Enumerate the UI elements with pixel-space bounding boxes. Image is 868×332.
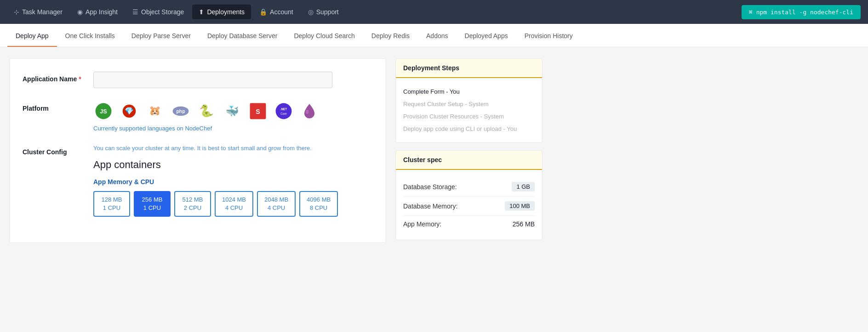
svg-point-17 xyxy=(306,110,308,114)
cluster-config-content: You can scale your cluster at any time. … xyxy=(93,145,373,217)
memory-128mb[interactable]: 128 MB 1 CPU xyxy=(93,191,130,217)
memory-4096mb[interactable]: 4096 MB 8 CPU xyxy=(299,191,338,217)
tabs-bar: Deploy App One Click Installs Deploy Par… xyxy=(0,24,868,47)
app-containers-title: App containers xyxy=(93,159,373,171)
main-content: Application Name * Platform JS 💎 xyxy=(0,47,552,254)
task-manager-icon: ⊹ xyxy=(14,8,19,16)
spec-app-memory: App Memory: 256 MB xyxy=(403,216,535,232)
deployments-icon: ⬆ xyxy=(199,8,204,16)
app-name-input[interactable] xyxy=(93,72,332,88)
deployment-steps-body: Complete Form - You Request Cluster Setu… xyxy=(396,78,542,142)
object-storage-icon: ☰ xyxy=(132,8,138,16)
cluster-hint: You can scale your cluster at any time. … xyxy=(93,145,373,152)
tab-one-click-installs[interactable]: One Click Installs xyxy=(57,24,123,47)
app-name-row: Application Name * xyxy=(23,72,373,88)
platform-label: Platform xyxy=(23,101,82,112)
svg-text:🐳: 🐳 xyxy=(225,104,239,118)
platform-caption: Currently supported languages on NodeChe… xyxy=(93,125,320,132)
tab-deploy-parse-server[interactable]: Deploy Parse Server xyxy=(123,24,199,47)
step-1: Complete Form - You xyxy=(403,85,535,98)
platform-go[interactable]: 🐹 xyxy=(145,101,165,121)
right-panels: Deployment Steps Complete Form - You Req… xyxy=(395,58,542,243)
app-insight-icon: ◉ xyxy=(77,8,83,16)
svg-point-14 xyxy=(276,103,292,119)
memory-1024mb[interactable]: 1024 MB 4 CPU xyxy=(215,191,253,217)
nav-deployments[interactable]: ⬆ Deployments xyxy=(192,5,251,19)
top-nav: ⊹ Task Manager ◉ App Insight ☰ Object St… xyxy=(0,0,868,24)
tab-deploy-app[interactable]: Deploy App xyxy=(7,24,57,47)
cluster-spec-body: Database Storage: 1 GB Database Memory: … xyxy=(396,170,542,240)
platform-scala[interactable]: S xyxy=(248,101,268,121)
platform-content: JS 💎 🐹 php xyxy=(93,101,320,132)
platform-elixir[interactable] xyxy=(299,101,320,121)
spec-db-storage: Database Storage: 1 GB xyxy=(403,177,535,197)
tab-deploy-cloud-search[interactable]: Deploy Cloud Search xyxy=(286,24,363,47)
deployment-steps-header: Deployment Steps xyxy=(396,59,542,78)
memory-512mb[interactable]: 512 MB 2 CPU xyxy=(174,191,211,217)
memory-cpu-title: App Memory & CPU xyxy=(93,178,373,186)
platform-docker[interactable]: 🐳 xyxy=(222,101,242,121)
tab-provision-history[interactable]: Provision History xyxy=(516,24,581,47)
svg-text:S: S xyxy=(256,108,260,115)
account-icon: 🔒 xyxy=(259,8,267,16)
step-3: Provision Cluster Resources - System xyxy=(403,110,535,123)
platform-nodejs[interactable]: JS xyxy=(93,101,114,121)
memory-options-grid: 128 MB 1 CPU 256 MB 1 CPU 512 MB 2 CPU 1… xyxy=(93,191,373,217)
nav-support[interactable]: ◎ Support xyxy=(302,5,345,19)
nav-object-storage[interactable]: ☰ Object Storage xyxy=(126,5,190,19)
tab-deployed-apps[interactable]: Deployed Apps xyxy=(457,24,516,47)
nav-account[interactable]: 🔒 Account xyxy=(253,5,300,19)
svg-text:.NET: .NET xyxy=(280,107,287,111)
tab-addons[interactable]: Addons xyxy=(418,24,456,47)
platform-dotnet[interactable]: .NETCore xyxy=(274,101,294,121)
deploy-app-form: Application Name * Platform JS 💎 xyxy=(9,58,386,243)
platform-icons-list: JS 💎 🐹 php xyxy=(93,101,320,121)
required-indicator: * xyxy=(79,75,81,83)
svg-text:🐹: 🐹 xyxy=(149,105,161,117)
memory-2048mb[interactable]: 2048 MB 4 CPU xyxy=(257,191,296,217)
cluster-spec-card: Cluster spec Database Storage: 1 GB Data… xyxy=(395,150,542,240)
cluster-spec-header: Cluster spec xyxy=(396,151,542,170)
svg-text:Core: Core xyxy=(280,112,287,115)
memory-256mb[interactable]: 256 MB 1 CPU xyxy=(134,191,171,217)
step-4: Deploy app code using CLI or upload - Yo… xyxy=(403,123,535,135)
svg-text:JS: JS xyxy=(100,108,107,115)
tab-deploy-redis[interactable]: Deploy Redis xyxy=(363,24,418,47)
platform-python[interactable]: 🐍 xyxy=(196,101,217,121)
nav-task-manager[interactable]: ⊹ Task Manager xyxy=(7,5,69,19)
nav-app-insight[interactable]: ◉ App Insight xyxy=(71,5,124,19)
cli-button[interactable]: ⌘ npm install -g nodechef-cli xyxy=(742,5,861,19)
deployment-steps-card: Deployment Steps Complete Form - You Req… xyxy=(395,58,542,143)
cluster-config-label: Cluster Config xyxy=(23,145,82,156)
svg-text:💎: 💎 xyxy=(125,107,134,115)
platform-ruby[interactable]: 💎 xyxy=(119,101,139,121)
support-icon: ◎ xyxy=(308,8,314,16)
step-2: Request Cluster Setup - System xyxy=(403,98,535,110)
svg-text:php: php xyxy=(177,109,185,114)
platform-row: Platform JS 💎 🐹 xyxy=(23,101,373,132)
platform-php[interactable]: php xyxy=(171,101,191,121)
tab-deploy-database-server[interactable]: Deploy Database Server xyxy=(199,24,286,47)
cluster-config-row: Cluster Config You can scale your cluste… xyxy=(23,145,373,217)
spec-db-memory: Database Memory: 100 MB xyxy=(403,197,535,216)
app-name-label: Application Name * xyxy=(23,72,82,83)
svg-text:🐍: 🐍 xyxy=(199,104,214,118)
